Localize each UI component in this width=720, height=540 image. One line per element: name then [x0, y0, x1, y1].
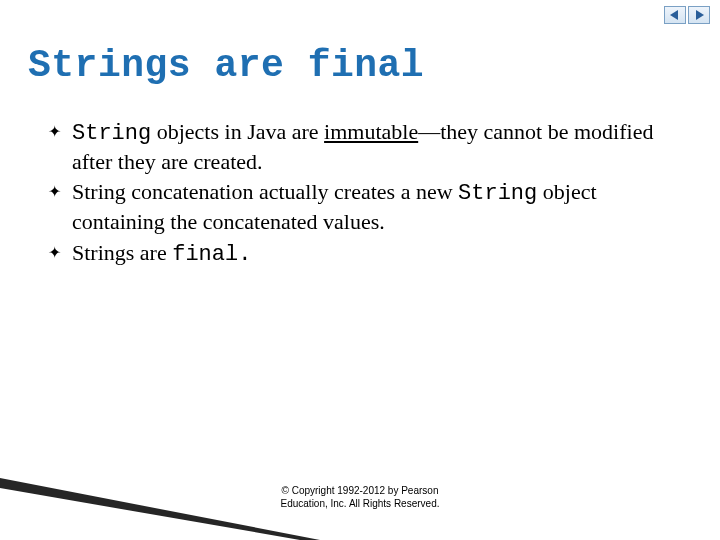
bullet-text: String concatenation actually creates a … [72, 178, 668, 236]
next-slide-button[interactable] [688, 6, 710, 24]
copyright: © Copyright 1992-2012 by Pearson Educati… [0, 485, 720, 510]
slide-title: Strings are final [28, 44, 424, 87]
bullet-text: Strings are final. [72, 239, 668, 269]
bullet-glyph: ✦ [48, 178, 72, 206]
bullet-item: ✦String objects in Java are immutable—th… [48, 118, 668, 176]
bullet-item: ✦Strings are final. [48, 239, 668, 269]
slide-body: ✦String objects in Java are immutable—th… [48, 118, 668, 271]
slide: Strings are final ✦String objects in Jav… [0, 0, 720, 540]
triangle-right-icon [693, 9, 705, 21]
triangle-left-icon [669, 9, 681, 21]
copyright-line-1: © Copyright 1992-2012 by Pearson [0, 485, 720, 498]
bullet-glyph: ✦ [48, 118, 72, 146]
copyright-line-2: Education, Inc. All Rights Reserved. [0, 498, 720, 511]
prev-slide-button[interactable] [664, 6, 686, 24]
nav-controls [664, 6, 710, 24]
svg-marker-1 [696, 10, 704, 20]
bullet-text: String objects in Java are immutable—the… [72, 118, 668, 176]
svg-marker-0 [670, 10, 678, 20]
bullet-glyph: ✦ [48, 239, 72, 267]
bullet-item: ✦String concatenation actually creates a… [48, 178, 668, 236]
